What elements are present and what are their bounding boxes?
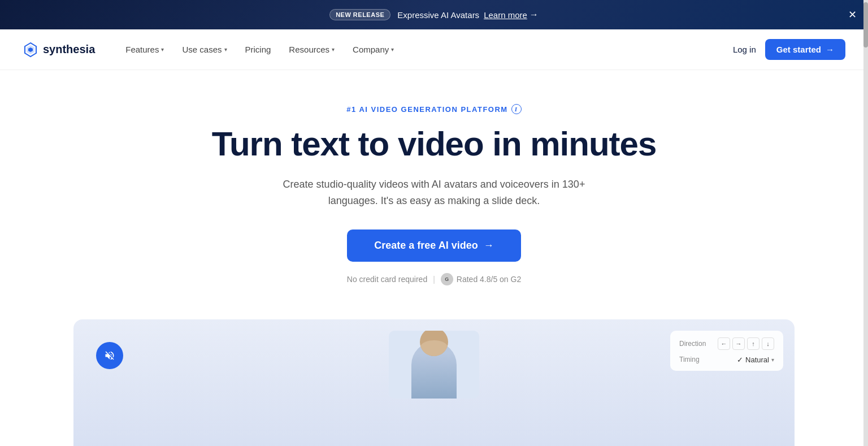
timing-label: Timing	[679, 356, 700, 363]
g2-icon: G	[441, 273, 453, 285]
demo-inner: Direction ← → ↑ ↓ Timing ✓ Natural ▾	[73, 319, 795, 446]
create-free-video-button[interactable]: Create a free AI video →	[347, 230, 520, 262]
no-credit-card-text: No credit card required	[347, 275, 427, 284]
navbar: synthesia Features ▾ Use cases ▾ Pricing…	[0, 29, 868, 70]
announcement-text: Expressive AI Avatars	[397, 10, 479, 20]
logo[interactable]: synthesia	[23, 42, 95, 58]
hero-subtitle: Create studio-quality videos with AI ava…	[276, 176, 592, 209]
announcement-arrow: →	[530, 10, 539, 20]
nav-actions: Log in Get started →	[733, 39, 845, 60]
direction-row: Direction ← → ↑ ↓	[679, 337, 774, 350]
demo-container: Direction ← → ↑ ↓ Timing ✓ Natural ▾	[73, 319, 795, 446]
nav-item-pricing[interactable]: Pricing	[237, 40, 279, 59]
announcement-bar: NEW RELEASE Expressive AI Avatars Learn …	[0, 0, 868, 29]
get-started-arrow-icon: →	[826, 45, 834, 54]
synthesia-logo-icon	[23, 42, 38, 58]
timing-slash: ✓	[737, 356, 743, 364]
direction-arrows: ← → ↑ ↓	[718, 337, 774, 350]
direction-panel: Direction ← → ↑ ↓ Timing ✓ Natural ▾	[670, 331, 783, 371]
cta-meta: No credit card required | G Rated 4.8/5 …	[191, 273, 677, 285]
close-announcement-button[interactable]: ✕	[848, 10, 857, 20]
features-chevron-icon: ▾	[161, 46, 164, 53]
nav-item-company[interactable]: Company ▾	[345, 40, 402, 59]
direction-label: Direction	[679, 340, 706, 348]
scrollbar[interactable]	[863, 0, 868, 446]
arrow-up-button[interactable]: ↑	[747, 337, 760, 350]
hero-badge: #1 AI VIDEO GENERATION PLATFORM i	[191, 104, 677, 114]
scrollbar-thumb[interactable]	[863, 2, 868, 47]
mute-icon	[104, 350, 115, 361]
avatar-panel	[389, 331, 479, 399]
timing-value: ✓ Natural ▾	[737, 356, 774, 364]
g2-rating-text: Rated 4.8/5 on G2	[457, 275, 521, 284]
logo-text: synthesia	[43, 43, 95, 56]
mute-button[interactable]	[96, 342, 123, 369]
timing-row: Timing ✓ Natural ▾	[679, 356, 774, 364]
learn-more-link[interactable]: Learn more	[484, 10, 527, 20]
login-button[interactable]: Log in	[733, 45, 756, 54]
hero-section: #1 AI VIDEO GENERATION PLATFORM i Turn t…	[180, 70, 688, 308]
g2-badge: G Rated 4.8/5 on G2	[441, 273, 521, 285]
cta-arrow-icon: →	[484, 240, 494, 252]
use-cases-chevron-icon: ▾	[224, 46, 227, 53]
resources-chevron-icon: ▾	[332, 46, 335, 53]
get-started-button[interactable]: Get started →	[765, 39, 845, 60]
nav-links: Features ▾ Use cases ▾ Pricing Resources…	[118, 40, 733, 59]
nav-item-use-cases[interactable]: Use cases ▾	[174, 40, 235, 59]
arrow-down-button[interactable]: ↓	[762, 337, 774, 350]
arrow-left-button[interactable]: ←	[718, 337, 730, 350]
arrow-right-button[interactable]: →	[732, 337, 745, 350]
nav-item-resources[interactable]: Resources ▾	[281, 40, 342, 59]
nav-item-features[interactable]: Features ▾	[118, 40, 172, 59]
company-chevron-icon: ▾	[391, 46, 394, 53]
hero-title: Turn text to video in minutes	[191, 125, 677, 163]
timing-chevron-icon: ▾	[771, 357, 774, 363]
new-release-badge: NEW RELEASE	[329, 9, 390, 20]
demo-section: Direction ← → ↑ ↓ Timing ✓ Natural ▾	[0, 319, 868, 446]
meta-divider: |	[433, 275, 435, 284]
info-icon: i	[511, 104, 522, 114]
